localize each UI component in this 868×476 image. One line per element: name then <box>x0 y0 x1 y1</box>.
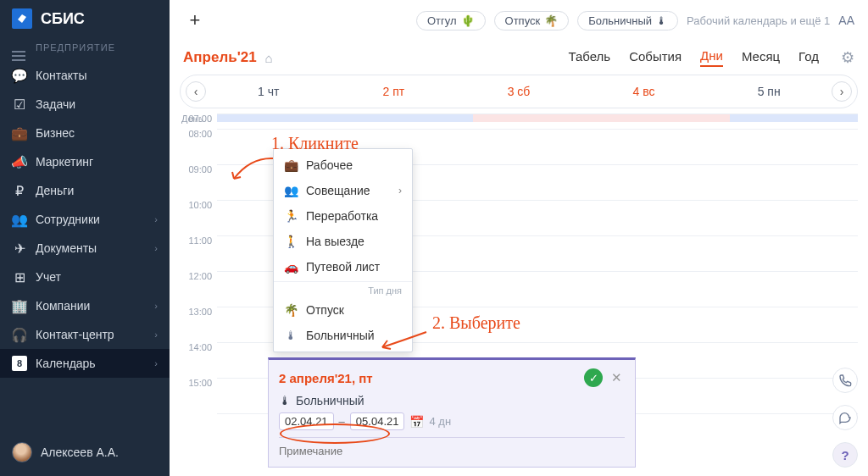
section-label: ПРЕДПРИЯТИЕ <box>0 37 170 58</box>
clipboard-icon: ☑ <box>12 97 27 112</box>
chip-vacation[interactable]: Отпуск 🌴 <box>494 11 570 30</box>
briefcase-icon: 💼 <box>284 158 298 172</box>
annotation-step1: 1. Кликните <box>271 134 359 153</box>
home-icon[interactable]: ⌂ <box>265 51 273 65</box>
date-to-input[interactable]: 05.04.21 <box>350 412 405 430</box>
confirm-button[interactable]: ✓ <box>584 368 603 387</box>
chevron-right-icon: › <box>154 214 158 224</box>
briefcase-icon: 💼 <box>12 125 27 141</box>
tab-days[interactable]: Дни <box>700 48 723 67</box>
day-header-1[interactable]: 1 чт <box>206 85 331 98</box>
sidebar-item-marketing[interactable]: 📣 Маркетинг <box>0 147 170 176</box>
chevron-right-icon: › <box>154 329 158 340</box>
sidebar-nav: 💬 Контакты ☑ Задачи 💼 Бизнес 📣 Маркетинг… <box>0 61 170 378</box>
thermometer-icon: 🌡 <box>279 394 291 407</box>
palm-icon: 🌴 <box>284 303 298 317</box>
sidebar-item-contacts[interactable]: 💬 Контакты <box>0 61 170 90</box>
chat-icon: 💬 <box>12 68 27 83</box>
thermometer-icon: 🌡 <box>284 329 298 342</box>
chevron-right-icon: › <box>154 243 158 253</box>
people-icon: 👥 <box>284 184 298 197</box>
send-icon: ✈ <box>12 241 27 256</box>
people-icon: 👥 <box>12 212 27 227</box>
gear-icon[interactable]: ⚙ <box>841 48 854 67</box>
palm-icon: 🌴 <box>544 14 558 27</box>
chip-timeoff[interactable]: Отгул 🌵 <box>416 11 486 30</box>
chevron-right-icon: › <box>154 358 158 368</box>
calendars-summary[interactable]: Рабочий календарь и ещё 1 <box>687 14 830 27</box>
help-button[interactable]: ? <box>832 442 858 468</box>
sidebar-item-staff[interactable]: 👥 Сотрудники › <box>0 205 170 234</box>
sidebar-item-accounting[interactable]: ⊞ Учет <box>0 263 170 291</box>
view-tabs: Табель События Дни Месяц Год ⚙ <box>568 48 854 67</box>
car-icon: 🚗 <box>284 260 298 274</box>
avatar <box>12 442 32 462</box>
event-popup: 2 апреля'21, пт ✓ ✕ 🌡 Больничный 02.04.2… <box>268 357 636 468</box>
note-input[interactable] <box>279 445 625 457</box>
call-button[interactable] <box>832 368 858 393</box>
context-menu: 💼 Рабочее 👥 Совещание › 🏃 Переработка 🚶 … <box>273 148 413 352</box>
day-header-4[interactable]: 4 вс <box>581 85 707 98</box>
sidebar-item-money[interactable]: ₽ Деньги <box>0 176 170 205</box>
event-type-label[interactable]: Больничный <box>296 394 364 407</box>
logo[interactable]: СБИС <box>0 0 170 37</box>
headset-icon: 🎧 <box>12 327 27 342</box>
run-icon: 🏃 <box>284 209 298 223</box>
font-size-button[interactable]: AA <box>838 14 854 27</box>
next-days-button[interactable]: › <box>832 81 852 102</box>
prev-days-button[interactable]: ‹ <box>186 81 206 102</box>
date-from-input[interactable]: 02.04.21 <box>279 412 334 430</box>
chat-button[interactable] <box>832 405 858 430</box>
sidebar-item-companies[interactable]: 🏢 Компании › <box>0 291 170 320</box>
cactus-icon: 🌵 <box>461 14 475 27</box>
calendar-icon[interactable]: 📅 <box>409 415 424 429</box>
month-label[interactable]: Апрель'21 <box>183 49 257 66</box>
time-axis: 07:00 08:00 09:00 10:00 11:00 12:00 13:0… <box>180 113 217 413</box>
close-button[interactable]: ✕ <box>608 369 625 386</box>
annotation-step2: 2. Выберите <box>432 313 520 333</box>
calendar-date-badge: 8 <box>12 356 27 371</box>
menu-item-overtime[interactable]: 🏃 Переработка <box>274 203 412 229</box>
chevron-right-icon: › <box>154 301 158 311</box>
sidebar-item-business[interactable]: 💼 Бизнес <box>0 119 170 147</box>
sidebar-item-documents[interactable]: ✈ Документы › <box>0 234 170 263</box>
menu-section-label: Тип дня <box>274 281 412 297</box>
day-header-5[interactable]: 5 пн <box>706 85 832 98</box>
annotation-arrow-1 <box>229 155 275 185</box>
days-navigator: ‹ 1 чт 2 пт 3 сб 4 вс 5 пн › <box>180 75 858 108</box>
popup-title: 2 апреля'21, пт <box>279 371 373 385</box>
chip-sick[interactable]: Больничный 🌡 <box>577 11 678 30</box>
sidebar-item-tasks[interactable]: ☑ Задачи <box>0 90 170 119</box>
tab-year[interactable]: Год <box>798 49 819 66</box>
sidebar-item-contact-center[interactable]: 🎧 Контакт-центр › <box>0 320 170 349</box>
menu-item-waybill[interactable]: 🚗 Путевой лист <box>274 254 412 280</box>
duration-label: 4 дн <box>429 415 451 428</box>
sidebar-item-calendar[interactable]: 8 Календарь › <box>0 349 170 378</box>
calculator-icon: ⊞ <box>12 269 27 285</box>
day-header-3[interactable]: 3 сб <box>456 85 581 98</box>
menu-item-work[interactable]: 💼 Рабочее <box>274 152 412 178</box>
walk-icon: 🚶 <box>284 235 298 248</box>
day-header-2[interactable]: 2 пт <box>331 85 457 98</box>
annotation-arrow-2 <box>377 329 428 354</box>
date-separator: – <box>339 415 345 428</box>
app-name: СБИС <box>41 10 85 28</box>
chevron-right-icon: › <box>398 185 402 196</box>
megaphone-icon: 📣 <box>12 154 27 169</box>
calendar-header: Апрель'21 ⌂ Табель События Дни Месяц Год… <box>170 41 868 75</box>
tab-tabel[interactable]: Табель <box>568 49 610 66</box>
topbar: + Отгул 🌵 Отпуск 🌴 Больничный 🌡 Рабочий … <box>170 0 868 41</box>
menu-item-vacation[interactable]: 🌴 Отпуск <box>274 297 412 323</box>
hamburger-icon[interactable] <box>12 51 25 61</box>
user-row[interactable]: Алексеев А.А. <box>0 435 170 469</box>
tab-month[interactable]: Месяц <box>742 49 780 66</box>
tab-events[interactable]: События <box>629 49 682 66</box>
thermometer-icon: 🌡 <box>656 14 667 27</box>
menu-item-meeting[interactable]: 👥 Совещание › <box>274 178 412 203</box>
sidebar: СБИС ПРЕДПРИЯТИЕ 💬 Контакты ☑ Задачи 💼 Б… <box>0 0 170 476</box>
user-name: Алексеев А.А. <box>41 446 119 459</box>
logo-icon <box>12 8 32 29</box>
money-icon: ₽ <box>12 183 27 198</box>
add-button[interactable]: + <box>183 8 207 32</box>
menu-item-offsite[interactable]: 🚶 На выезде <box>274 229 412 254</box>
